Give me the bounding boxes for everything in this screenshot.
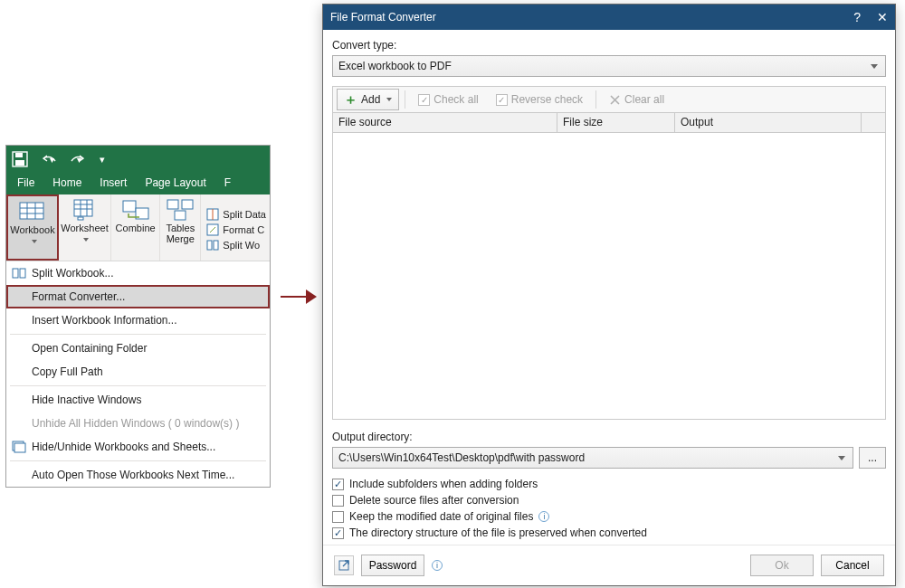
menu-hide-unhide-workbooks[interactable]: Hide/Unhide Workbooks and Sheets... bbox=[6, 435, 270, 459]
svg-rect-23 bbox=[214, 241, 218, 250]
toolbar-separator bbox=[405, 90, 405, 109]
save-icon[interactable] bbox=[12, 151, 28, 167]
help-icon[interactable]: ? bbox=[853, 10, 861, 24]
ribbon-combine-button[interactable]: Combine bbox=[111, 194, 160, 261]
ribbon-combine-label: Combine bbox=[116, 223, 156, 233]
output-directory-select[interactable]: C:\Users\Win10x64Test\Desktop\pdf\with p… bbox=[332, 447, 853, 469]
svg-rect-14 bbox=[123, 201, 136, 212]
checkbox-icon bbox=[332, 479, 344, 490]
ribbon-side-group: Split Data Format C Split Wo bbox=[201, 194, 270, 261]
tab-insert[interactable]: Insert bbox=[90, 173, 136, 194]
file-format-converter-dialog: File Format Converter ? ✕ Convert type: … bbox=[322, 4, 896, 586]
tab-truncated[interactable]: F bbox=[215, 173, 240, 194]
workbook-dropdown-menu: Split Workbook... Format Converter... In… bbox=[6, 261, 270, 487]
svg-rect-13 bbox=[78, 217, 83, 220]
ok-button: Ok bbox=[750, 555, 814, 576]
menu-unhide-all-windows: Unhide All Hidden Windows ( 0 window(s) … bbox=[6, 412, 270, 435]
svg-rect-8 bbox=[74, 200, 92, 216]
svg-rect-16 bbox=[167, 200, 178, 209]
workbook-icon bbox=[18, 201, 47, 223]
undo-icon[interactable]: ▾ bbox=[41, 152, 55, 166]
split-workbook-icon bbox=[12, 266, 26, 280]
close-icon[interactable]: ✕ bbox=[877, 10, 888, 24]
svg-rect-24 bbox=[13, 269, 18, 278]
opt-delete-source[interactable]: Delete source files after conversion bbox=[332, 494, 886, 507]
file-list-body[interactable] bbox=[332, 133, 886, 420]
password-button[interactable]: Password bbox=[361, 555, 424, 576]
plus-icon: ＋ bbox=[344, 93, 357, 106]
ribbon-tables-merge-button[interactable]: Tables Merge bbox=[160, 194, 201, 261]
combine-icon bbox=[121, 199, 150, 221]
opt-include-subfolders[interactable]: Include subfolders when adding folders bbox=[332, 478, 886, 490]
excel-quick-access-toolbar: ▾ ▾ ▾ bbox=[6, 146, 270, 173]
file-list-header: File source File size Output bbox=[332, 113, 886, 133]
svg-rect-1 bbox=[15, 153, 23, 157]
svg-rect-3 bbox=[20, 203, 43, 219]
svg-rect-18 bbox=[175, 211, 186, 220]
menu-split-workbook[interactable]: Split Workbook... bbox=[6, 261, 270, 285]
ribbon-worksheet-button[interactable]: Worksheet bbox=[59, 194, 111, 261]
ribbon-worksheet-label: Worksheet bbox=[61, 223, 108, 244]
file-list-toolbar: ＋Add ✓Check all ✓Reverse check Clear all bbox=[332, 86, 886, 113]
column-output[interactable]: Output bbox=[675, 113, 862, 132]
browse-button[interactable]: ... bbox=[859, 447, 886, 469]
checkbox-icon bbox=[332, 495, 344, 507]
ribbon-split-workbook-button[interactable]: Split Wo bbox=[206, 239, 266, 251]
split-wb-icon bbox=[206, 239, 219, 251]
menu-open-containing-folder[interactable]: Open Containing Folder bbox=[6, 337, 270, 360]
ribbon-workbook-button[interactable]: Workbook bbox=[6, 194, 59, 261]
menu-format-converter[interactable]: Format Converter... bbox=[6, 285, 270, 308]
info-icon[interactable]: i bbox=[432, 560, 443, 571]
qat-customize-icon[interactable]: ▾ bbox=[95, 152, 110, 166]
column-file-source[interactable]: File source bbox=[333, 113, 557, 132]
checkbox-icon bbox=[332, 527, 344, 539]
tab-home[interactable]: Home bbox=[43, 173, 90, 194]
checkbox-icon: ✓ bbox=[418, 94, 430, 106]
menu-separator bbox=[10, 334, 266, 335]
menu-separator bbox=[10, 385, 266, 386]
menu-copy-full-path[interactable]: Copy Full Path bbox=[6, 360, 270, 384]
ribbon-workbook-label: Workbook bbox=[10, 224, 54, 246]
tab-file[interactable]: File bbox=[8, 173, 43, 194]
tab-page-layout[interactable]: Page Layout bbox=[136, 173, 214, 194]
hide-unhide-icon bbox=[12, 440, 26, 454]
ribbon-split-data-button[interactable]: Split Data bbox=[206, 208, 266, 221]
checkbox-icon bbox=[332, 511, 344, 523]
excel-window: ▾ ▾ ▾ File Home Insert Page Layout F Wor… bbox=[5, 145, 271, 488]
add-button[interactable]: ＋Add bbox=[337, 89, 399, 110]
opt-preserve-directory[interactable]: The directory structure of the file is p… bbox=[332, 526, 886, 539]
column-file-size[interactable]: File size bbox=[557, 113, 675, 132]
dialog-title: File Format Converter bbox=[330, 11, 853, 24]
clear-all-button: Clear all bbox=[602, 89, 672, 110]
menu-separator bbox=[10, 460, 266, 461]
svg-rect-2 bbox=[15, 160, 24, 166]
dialog-footer: Password i Ok Cancel bbox=[323, 545, 895, 585]
svg-rect-22 bbox=[207, 241, 212, 250]
dialog-titlebar: File Format Converter ? ✕ bbox=[323, 5, 895, 30]
annotation-arrow bbox=[281, 288, 317, 306]
split-data-icon bbox=[206, 208, 219, 221]
worksheet-icon bbox=[71, 199, 100, 221]
excel-ribbon-tabs: File Home Insert Page Layout F bbox=[6, 173, 270, 194]
svg-rect-25 bbox=[20, 269, 25, 278]
clear-icon bbox=[609, 94, 621, 106]
menu-auto-open-workbooks[interactable]: Auto Open Those Workbooks Next Time... bbox=[6, 463, 270, 487]
info-icon[interactable]: i bbox=[538, 511, 549, 522]
checkbox-icon: ✓ bbox=[496, 94, 508, 106]
redo-icon[interactable]: ▾ bbox=[68, 152, 82, 166]
format-icon bbox=[206, 223, 219, 236]
opt-keep-modified-date[interactable]: Keep the modified date of original files… bbox=[332, 510, 886, 523]
share-icon[interactable] bbox=[334, 555, 354, 575]
excel-ribbon: Workbook Worksheet Combine Tables Merge … bbox=[6, 194, 270, 261]
column-spacer bbox=[862, 113, 885, 132]
toolbar-separator bbox=[595, 90, 596, 109]
output-directory-label: Output directory: bbox=[332, 431, 886, 443]
menu-insert-workbook-info[interactable]: Insert Workbook Information... bbox=[6, 308, 270, 332]
ribbon-tables-merge-label: Tables Merge bbox=[166, 223, 195, 244]
tables-merge-icon bbox=[166, 199, 195, 221]
ribbon-format-converter-button[interactable]: Format C bbox=[206, 223, 266, 236]
convert-type-select[interactable]: Excel workbook to PDF bbox=[332, 55, 886, 77]
menu-hide-inactive-windows[interactable]: Hide Inactive Windows bbox=[6, 388, 270, 412]
cancel-button[interactable]: Cancel bbox=[821, 555, 884, 576]
options-group: Include subfolders when adding folders D… bbox=[332, 478, 886, 539]
